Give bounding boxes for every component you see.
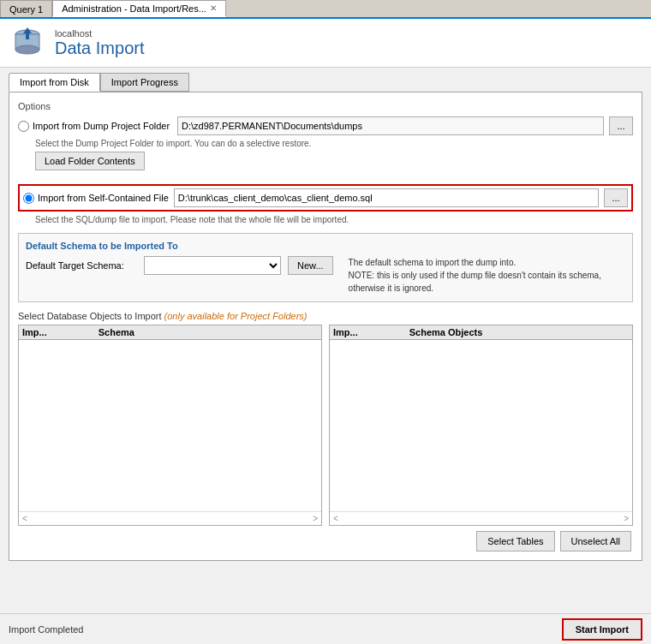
schema-note-line2: NOTE: this is only used if the dump file… xyxy=(349,269,601,282)
schema-objects-table-header: Imp... Schema Objects xyxy=(330,325,632,340)
schema-scroll-right: > xyxy=(313,514,318,523)
tab-import-disk-label: Import from Disk xyxy=(20,77,89,87)
schema-title: Default Schema to be Imported To xyxy=(26,241,625,251)
schema-col2: Schema xyxy=(99,327,134,337)
self-contained-label: Import from Self-Contained File xyxy=(38,193,169,203)
schema-dropdown[interactable] xyxy=(144,256,281,275)
db-objects-main-text: Select Database Objects to Import xyxy=(18,311,162,321)
tab-admin[interactable]: Administration - Data Import/Res... ✕ xyxy=(52,0,226,17)
dump-project-hint: Select the Dump Project Folder to import… xyxy=(35,139,633,148)
self-contained-hint: Select the SQL/dump file to import. Plea… xyxy=(35,215,633,224)
app-icon xyxy=(10,26,45,60)
load-folder-button[interactable]: Load Folder Contents xyxy=(35,152,145,170)
bottom-btn-row: Select Tables Unselect All xyxy=(18,531,633,552)
schema-objects-table: Imp... Schema Objects < > xyxy=(329,325,633,526)
schema-objects-col1: Imp... xyxy=(333,327,358,337)
default-target-schema-label: Default Target Schema: xyxy=(26,260,137,271)
tab-query1[interactable]: Query 1 xyxy=(0,0,52,17)
dump-project-label: Import from Dump Project Folder xyxy=(33,121,170,131)
schema-table: Imp... Schema < > xyxy=(18,325,322,526)
db-objects-section: Select Database Objects to Import (only … xyxy=(18,311,633,552)
schema-table-header: Imp... Schema xyxy=(19,325,321,340)
schema-col1: Imp... xyxy=(22,327,47,337)
select-tables-button[interactable]: Select Tables xyxy=(476,531,554,552)
unselect-all-button[interactable]: Unselect All xyxy=(560,531,631,552)
schema-objects-scroll-left: < xyxy=(333,514,338,523)
header-title: Data Import xyxy=(55,39,144,58)
schema-note-line1: The default schema to import the dump in… xyxy=(349,256,601,269)
schema-note-line3: otherwise it is ignored. xyxy=(349,282,601,295)
schema-objects-col2: Schema Objects xyxy=(409,327,483,337)
dump-project-browse-button[interactable]: ... xyxy=(609,116,633,135)
main-panel: Options Import from Dump Project Folder … xyxy=(9,92,642,561)
schema-objects-table-body[interactable] xyxy=(330,340,632,511)
db-objects-title: Select Database Objects to Import (only … xyxy=(18,311,633,321)
app-header: localhost Data Import xyxy=(0,19,651,68)
self-contained-browse-button[interactable]: ... xyxy=(604,188,628,207)
tab-bar: Query 1 Administration - Data Import/Res… xyxy=(0,0,651,19)
sub-tab-bar: Import from Disk Import Progress xyxy=(0,68,651,92)
schema-objects-scroll-right: > xyxy=(624,514,629,523)
svg-point-2 xyxy=(15,45,39,54)
schema-scroll-left: < xyxy=(22,514,27,523)
new-schema-button[interactable]: New... xyxy=(288,256,333,275)
start-import-button[interactable]: Start Import xyxy=(562,618,642,641)
dump-project-path-input[interactable] xyxy=(177,116,604,135)
tab-admin-label: Administration - Data Import/Res... xyxy=(62,3,206,14)
schema-objects-table-footer: < > xyxy=(330,511,632,525)
db-objects-sub-text: (only available for Project Folders) xyxy=(164,311,308,321)
self-contained-radio[interactable] xyxy=(23,193,34,204)
header-text: localhost Data Import xyxy=(55,28,144,58)
close-icon[interactable]: ✕ xyxy=(210,3,217,13)
self-contained-option[interactable]: Import from Self-Contained File xyxy=(23,193,169,204)
dump-project-row: Import from Dump Project Folder ... xyxy=(18,116,633,135)
tab-import-progress[interactable]: Import Progress xyxy=(100,73,189,92)
self-contained-path-input[interactable] xyxy=(174,188,599,207)
db-tables-container: Imp... Schema < > Imp... Schema Objects … xyxy=(18,325,633,526)
tab-query1-label: Query 1 xyxy=(9,4,43,15)
header-server: localhost xyxy=(55,28,144,39)
schema-section: Default Schema to be Imported To Default… xyxy=(18,233,633,302)
tab-import-progress-label: Import Progress xyxy=(111,77,178,87)
status-bar: Import Completed Start Import xyxy=(0,613,651,644)
tab-import-from-disk[interactable]: Import from Disk xyxy=(9,73,100,92)
dump-project-radio[interactable] xyxy=(18,121,29,132)
schema-table-footer: < > xyxy=(19,511,321,525)
schema-table-body[interactable] xyxy=(19,340,321,511)
self-contained-row: Import from Self-Contained File ... xyxy=(18,184,633,212)
options-label: Options xyxy=(18,101,633,111)
dump-project-option[interactable]: Import from Dump Project Folder xyxy=(18,121,172,132)
status-message: Import Completed xyxy=(9,624,83,635)
